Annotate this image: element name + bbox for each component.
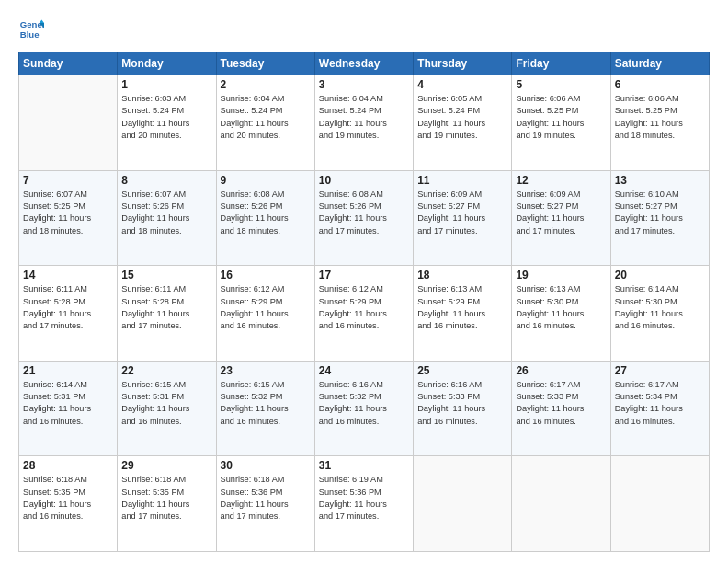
day-info-line: and 19 minutes. bbox=[516, 131, 575, 140]
day-info-line: Sunset: 5:26 PM bbox=[121, 201, 184, 211]
calendar-cell: 21Sunrise: 6:14 AMSunset: 5:31 PMDayligh… bbox=[19, 361, 118, 456]
day-info: Sunrise: 6:16 AMSunset: 5:32 PMDaylight:… bbox=[319, 379, 409, 428]
day-info: Sunrise: 6:04 AMSunset: 5:24 PMDaylight:… bbox=[221, 93, 311, 142]
day-info-line: Daylight: 11 hours bbox=[221, 309, 289, 318]
calendar-cell: 29Sunrise: 6:18 AMSunset: 5:35 PMDayligh… bbox=[118, 456, 216, 552]
day-info-line: Daylight: 11 hours bbox=[319, 309, 387, 318]
day-info-line: and 16 minutes. bbox=[516, 417, 575, 426]
svg-text:Blue: Blue bbox=[20, 29, 40, 40]
day-number: 12 bbox=[516, 174, 606, 187]
day-info-line: Daylight: 11 hours bbox=[121, 404, 189, 413]
calendar-cell: 24Sunrise: 6:16 AMSunset: 5:32 PMDayligh… bbox=[314, 361, 413, 456]
day-info-line: Sunset: 5:25 PM bbox=[23, 201, 85, 211]
day-info: Sunrise: 6:08 AMSunset: 5:26 PMDaylight:… bbox=[221, 189, 311, 237]
day-number: 21 bbox=[23, 364, 113, 377]
day-info-line: Sunset: 5:25 PM bbox=[516, 106, 578, 115]
day-info-line: Sunset: 5:24 PM bbox=[221, 106, 283, 115]
day-info-line: Sunset: 5:30 PM bbox=[615, 297, 677, 306]
calendar-cell: 27Sunrise: 6:17 AMSunset: 5:34 PMDayligh… bbox=[610, 361, 709, 456]
calendar-table: SundayMondayTuesdayWednesdayThursdayFrid… bbox=[18, 52, 710, 552]
day-info-line: Sunrise: 6:07 AM bbox=[23, 190, 87, 199]
day-info-line: and 17 minutes. bbox=[23, 321, 83, 330]
day-info-line: Sunrise: 6:12 AM bbox=[319, 284, 383, 293]
day-info: Sunrise: 6:05 AMSunset: 5:24 PMDaylight:… bbox=[417, 93, 507, 142]
day-info-line: Daylight: 11 hours bbox=[221, 213, 289, 223]
day-info-line: Sunset: 5:26 PM bbox=[221, 201, 283, 211]
day-number: 22 bbox=[121, 364, 211, 377]
calendar-cell: 26Sunrise: 6:17 AMSunset: 5:33 PMDayligh… bbox=[512, 361, 610, 456]
day-info-line: Sunset: 5:28 PM bbox=[23, 297, 85, 306]
day-number: 27 bbox=[615, 364, 705, 377]
day-info-line: Sunset: 5:29 PM bbox=[417, 297, 480, 306]
day-info-line: and 18 minutes. bbox=[615, 131, 675, 140]
day-info-line: Sunset: 5:33 PM bbox=[516, 392, 578, 401]
calendar-cell: 22Sunrise: 6:15 AMSunset: 5:31 PMDayligh… bbox=[118, 361, 216, 456]
day-number: 20 bbox=[615, 269, 705, 282]
day-info-line: Sunset: 5:24 PM bbox=[417, 106, 480, 115]
day-info-line: and 16 minutes. bbox=[221, 417, 280, 426]
day-info-line: Daylight: 11 hours bbox=[23, 213, 91, 223]
day-number: 24 bbox=[319, 364, 409, 377]
day-number: 1 bbox=[121, 78, 211, 91]
day-number: 11 bbox=[417, 174, 507, 187]
day-info-line: Daylight: 11 hours bbox=[417, 213, 485, 223]
day-info-line: Daylight: 11 hours bbox=[319, 500, 387, 509]
calendar-cell bbox=[512, 456, 610, 552]
calendar-cell: 15Sunrise: 6:11 AMSunset: 5:28 PMDayligh… bbox=[118, 266, 216, 362]
day-info-line: Daylight: 11 hours bbox=[221, 500, 289, 509]
day-info: Sunrise: 6:06 AMSunset: 5:25 PMDaylight:… bbox=[516, 93, 606, 142]
day-info-line: Daylight: 11 hours bbox=[615, 119, 683, 128]
calendar-cell bbox=[610, 456, 709, 552]
day-info: Sunrise: 6:16 AMSunset: 5:33 PMDaylight:… bbox=[417, 379, 507, 428]
day-number: 5 bbox=[516, 78, 606, 91]
day-info: Sunrise: 6:11 AMSunset: 5:28 PMDaylight:… bbox=[121, 283, 211, 332]
day-number: 31 bbox=[319, 459, 409, 472]
calendar-cell: 18Sunrise: 6:13 AMSunset: 5:29 PMDayligh… bbox=[414, 266, 512, 362]
day-info: Sunrise: 6:15 AMSunset: 5:31 PMDaylight:… bbox=[121, 379, 211, 428]
day-number: 28 bbox=[23, 459, 113, 472]
day-number: 17 bbox=[319, 269, 409, 282]
day-info: Sunrise: 6:07 AMSunset: 5:25 PMDaylight:… bbox=[23, 189, 113, 237]
day-info-line: Daylight: 11 hours bbox=[221, 404, 289, 413]
day-info-line: and 16 minutes. bbox=[319, 321, 379, 330]
day-info: Sunrise: 6:04 AMSunset: 5:24 PMDaylight:… bbox=[319, 93, 409, 142]
day-info: Sunrise: 6:12 AMSunset: 5:29 PMDaylight:… bbox=[319, 283, 409, 332]
day-info-line: Sunrise: 6:16 AM bbox=[417, 380, 482, 389]
day-info-line: and 17 minutes. bbox=[121, 511, 181, 521]
day-info-line: Sunrise: 6:10 AM bbox=[615, 190, 679, 199]
calendar-cell bbox=[19, 75, 118, 171]
logo-icon: General Blue bbox=[18, 17, 44, 42]
day-info-line: and 18 minutes. bbox=[221, 226, 280, 236]
day-info-line: Sunrise: 6:09 AM bbox=[417, 190, 482, 199]
day-info-line: and 19 minutes. bbox=[417, 131, 477, 140]
day-number: 25 bbox=[417, 364, 507, 377]
day-number: 23 bbox=[221, 364, 311, 377]
svg-text:General: General bbox=[20, 19, 44, 29]
day-info-line: and 17 minutes. bbox=[121, 321, 181, 330]
day-info: Sunrise: 6:11 AMSunset: 5:28 PMDaylight:… bbox=[23, 283, 113, 332]
day-info-line: Sunrise: 6:11 AM bbox=[23, 284, 87, 293]
day-info-line: and 20 minutes. bbox=[221, 131, 280, 140]
day-info-line: Sunrise: 6:09 AM bbox=[516, 190, 580, 199]
day-info-line: and 20 minutes. bbox=[121, 131, 181, 140]
day-info-line: Daylight: 11 hours bbox=[615, 404, 683, 413]
day-info-line: and 17 minutes. bbox=[615, 226, 675, 236]
day-info-line: Sunrise: 6:04 AM bbox=[319, 94, 383, 103]
calendar-cell: 7Sunrise: 6:07 AMSunset: 5:25 PMDaylight… bbox=[19, 170, 118, 266]
day-info: Sunrise: 6:14 AMSunset: 5:31 PMDaylight:… bbox=[23, 379, 113, 428]
day-info-line: and 17 minutes. bbox=[221, 511, 280, 521]
day-info-line: Sunset: 5:35 PM bbox=[121, 488, 184, 497]
day-info-line: Sunrise: 6:05 AM bbox=[417, 94, 482, 103]
day-info-line: Sunset: 5:36 PM bbox=[319, 488, 381, 497]
day-info-line: and 17 minutes. bbox=[417, 226, 477, 236]
calendar-cell: 23Sunrise: 6:15 AMSunset: 5:32 PMDayligh… bbox=[216, 361, 314, 456]
day-number: 3 bbox=[319, 78, 409, 91]
day-info-line: Daylight: 11 hours bbox=[121, 119, 189, 128]
weekday-header: Wednesday bbox=[314, 52, 413, 75]
day-info: Sunrise: 6:09 AMSunset: 5:27 PMDaylight:… bbox=[417, 189, 507, 237]
day-info-line: and 18 minutes. bbox=[121, 226, 181, 236]
weekday-header: Friday bbox=[512, 52, 610, 75]
calendar-cell: 6Sunrise: 6:06 AMSunset: 5:25 PMDaylight… bbox=[610, 75, 709, 171]
day-info-line: Sunset: 5:29 PM bbox=[319, 297, 381, 306]
day-info: Sunrise: 6:08 AMSunset: 5:26 PMDaylight:… bbox=[319, 189, 409, 237]
